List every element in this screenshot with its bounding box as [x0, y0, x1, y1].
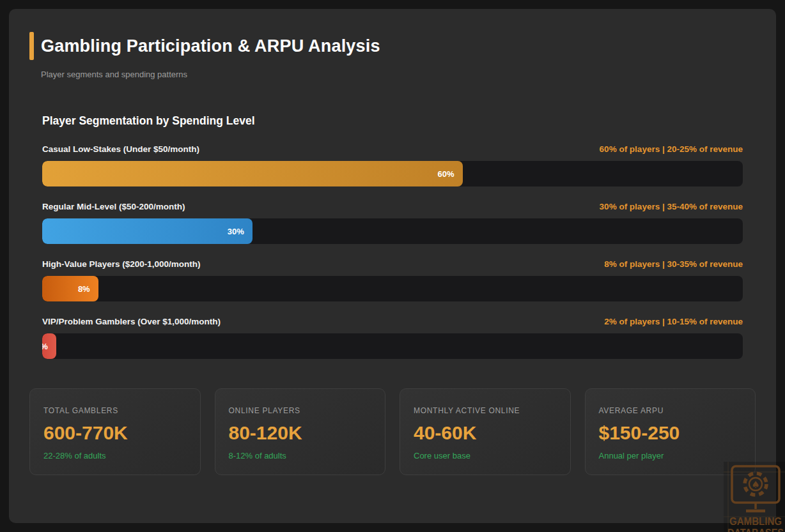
segment-label: Casual Low-Stakes (Under $50/month) — [42, 144, 199, 154]
segment-label: Regular Mid-Level ($50-200/month) — [42, 202, 185, 211]
segment-head: Regular Mid-Level ($50-200/month) 30% of… — [42, 202, 743, 211]
segment-bar-fill: 30% — [42, 218, 253, 244]
stat-card-total-gamblers: TOTAL GAMBLERS 600-770K 22-28% of adults — [29, 388, 201, 475]
stat-card-label: MONTHLY ACTIVE ONLINE — [414, 406, 557, 415]
segment-percent-label: 30% — [228, 227, 244, 236]
segment-label: High-Value Players ($200-1,000/month) — [42, 259, 201, 269]
segment-meta: 30% of players | 35-40% of revenue — [600, 202, 743, 211]
segment-row-regular: Regular Mid-Level ($50-200/month) 30% of… — [42, 202, 743, 244]
segment-bar-track: 2% — [42, 333, 743, 359]
segment-row-vip: VIP/Problem Gamblers (Over $1,000/month)… — [42, 317, 743, 359]
stat-card-monthly-active: MONTHLY ACTIVE ONLINE 40-60K Core user b… — [400, 388, 571, 475]
stat-cards-row: TOTAL GAMBLERS 600-770K 22-28% of adults… — [29, 388, 756, 475]
segment-bar-fill: 2% — [42, 333, 56, 359]
segment-bar-track: 60% — [42, 161, 743, 186]
stat-card-label: TOTAL GAMBLERS — [43, 406, 187, 415]
stat-card-label: AVERAGE ARPU — [599, 406, 742, 415]
section-title: Player Segmentation by Spending Level — [42, 114, 743, 128]
segment-bar-fill: 8% — [42, 276, 98, 301]
segment-percent-label: 8% — [78, 284, 90, 294]
stat-card-subtext: Annual per player — [599, 451, 742, 460]
segment-bar-chart: Casual Low-Stakes (Under $50/month) 60% … — [42, 144, 743, 359]
segment-percent-label: 60% — [438, 169, 455, 179]
stat-card-subtext: 8-12% of adults — [229, 451, 372, 460]
stat-card-value: 600-770K — [43, 422, 187, 444]
segment-row-casual: Casual Low-Stakes (Under $50/month) 60% … — [42, 144, 743, 186]
segment-percent-label: 2% — [42, 342, 48, 351]
stat-card-value: $150-250 — [599, 422, 742, 444]
segment-head: VIP/Problem Gamblers (Over $1,000/month)… — [42, 317, 743, 326]
segment-meta: 8% of players | 30-35% of revenue — [604, 259, 743, 269]
page-title: Gambling Participation & ARPU Analysis — [41, 36, 380, 56]
stat-card-subtext: 22-28% of adults — [43, 451, 187, 460]
stat-card-label: ONLINE PLAYERS — [229, 406, 372, 415]
header: Gambling Participation & ARPU Analysis — [29, 32, 743, 60]
segment-head: Casual Low-Stakes (Under $50/month) 60% … — [42, 144, 743, 154]
title-accent-bar — [29, 32, 34, 60]
segment-row-high-value: High-Value Players ($200-1,000/month) 8%… — [42, 259, 743, 301]
stat-card-value: 80-120K — [229, 422, 372, 444]
segment-bar-track: 30% — [42, 218, 743, 244]
svg-text:DATABASES: DATABASES — [727, 528, 784, 532]
dashboard-panel: Gambling Participation & ARPU Analysis P… — [9, 9, 776, 523]
segment-bar-track: 8% — [42, 276, 743, 301]
stat-card-subtext: Core user base — [414, 451, 557, 460]
segment-head: High-Value Players ($200-1,000/month) 8%… — [42, 259, 743, 269]
segment-meta: 60% of players | 20-25% of revenue — [600, 144, 743, 154]
segment-bar-fill: 60% — [42, 161, 463, 186]
stat-card-value: 40-60K — [414, 422, 557, 444]
segment-meta: 2% of players | 10-15% of revenue — [604, 317, 743, 326]
page-subtitle: Player segments and spending patterns — [41, 70, 743, 79]
segment-label: VIP/Problem Gamblers (Over $1,000/month) — [42, 317, 221, 326]
stat-card-average-arpu: AVERAGE ARPU $150-250 Annual per player — [585, 388, 756, 475]
stat-card-online-players: ONLINE PLAYERS 80-120K 8-12% of adults — [215, 388, 386, 475]
